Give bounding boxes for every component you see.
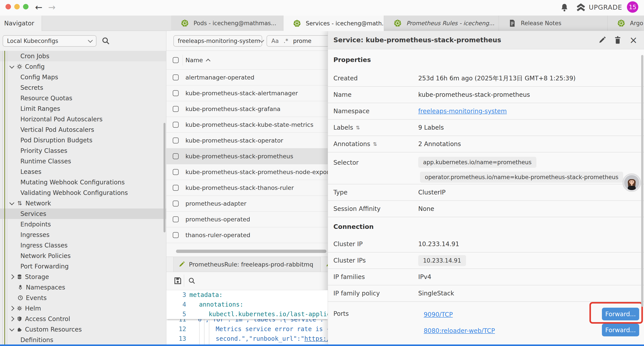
- regex-toggle[interactable]: .*: [284, 38, 288, 44]
- tab-label: Prometheus Rules - icecheng...: [406, 20, 494, 26]
- editor-search-icon[interactable]: [188, 277, 196, 285]
- table-row[interactable]: kube-prometheus-stack-operator: [166, 133, 328, 148]
- sidebar-item-definitions[interactable]: Definitions: [0, 335, 166, 345]
- tab-services[interactable]: Services - icecheng@math... ×: [284, 15, 384, 31]
- navigator-panel-header[interactable]: Navigator: [0, 15, 42, 31]
- row-checkbox[interactable]: [173, 201, 179, 207]
- table-row[interactable]: kube-prometheus-stack-thanos-ruler: [166, 180, 328, 196]
- created-row: Created 253d 16h 6m ago (2025年1月13日 GMT+…: [328, 70, 644, 87]
- row-checkbox[interactable]: [173, 153, 179, 159]
- sidebar-item-secrets[interactable]: Secrets: [0, 82, 166, 93]
- row-checkbox[interactable]: [173, 137, 179, 143]
- port-link-9090[interactable]: 9090/TCP: [424, 311, 453, 318]
- notifications-bell-icon[interactable]: [560, 3, 568, 12]
- upgrade-icon[interactable]: [576, 3, 586, 12]
- sidebar-item-network-policies[interactable]: Network Policies: [0, 251, 166, 261]
- minimize-window-button[interactable]: [14, 4, 20, 9]
- save-icon[interactable]: [174, 276, 182, 285]
- list-search-input[interactable]: Aa .* prome: [266, 35, 328, 47]
- row-checkbox[interactable]: [173, 74, 179, 80]
- table-row[interactable]: prometheus-adapter: [166, 196, 328, 212]
- helm-wheel-icon: [17, 306, 22, 311]
- sidebar-item-port-forwarding[interactable]: Port Forwarding: [0, 261, 166, 272]
- sidebar-item-pod-disruption-budgets[interactable]: Pod Disruption Budgets: [0, 135, 166, 145]
- sidebar-item-priority-classes[interactable]: Priority Classes: [0, 145, 166, 156]
- sidebar-item-ingresses[interactable]: Ingresses: [0, 230, 166, 240]
- table-row[interactable]: alertmanager-operated: [166, 70, 328, 85]
- ports-row: Ports 9090/TCP 8080:reloader-web/TCP For…: [328, 302, 644, 345]
- back-button[interactable]: ←: [35, 2, 42, 12]
- sidebar-item-services[interactable]: Services: [0, 209, 166, 219]
- namespace-selector[interactable]: freeleaps-monitoring-system: [174, 35, 262, 47]
- sidebar-item-endpoints[interactable]: Endpoints: [0, 219, 166, 230]
- sidebar-item-storage[interactable]: Storage: [0, 272, 166, 282]
- tab-pods[interactable]: Pods - icecheng@mathmas...: [171, 15, 284, 31]
- close-window-button[interactable]: [6, 4, 11, 9]
- sidebar-item-resource-quotas[interactable]: Resource Quotas: [0, 93, 166, 103]
- expand-sort-icon[interactable]: ⇅: [373, 141, 377, 147]
- table-row[interactable]: kube-prometheus-stack-prometheus-node-ex…: [166, 164, 328, 180]
- sidebar-item-cron-jobs[interactable]: Cron Jobs: [0, 51, 166, 61]
- forward-button[interactable]: Forward...: [602, 308, 639, 320]
- maximize-window-button[interactable]: [23, 4, 28, 9]
- select-all-checkbox[interactable]: [173, 57, 179, 63]
- namespace-link[interactable]: freeleaps-monitoring-system: [418, 107, 507, 115]
- row-checkbox[interactable]: [173, 232, 179, 238]
- editor-tab-partial[interactable]: [326, 261, 328, 267]
- sidebar-item-vertical-pod-autoscalers[interactable]: Vertical Pod Autoscalers: [0, 124, 166, 135]
- row-checkbox[interactable]: [173, 185, 179, 191]
- sidebar-item-ingress-classes[interactable]: Ingress Classes: [0, 240, 166, 251]
- sidebar-item-leases[interactable]: Leases: [0, 166, 166, 177]
- yaml-editor[interactable]: 3metadata: 4annotations: 5kubectl.kubern…: [166, 290, 328, 345]
- table-row[interactable]: kube-prometheus-stack-grafana: [166, 101, 328, 117]
- upgrade-button[interactable]: UPGRADE: [589, 3, 622, 11]
- sidebar-item-events[interactable]: Events: [0, 293, 166, 303]
- forward-button[interactable]: Forward...: [602, 324, 639, 336]
- sidebar-item-namespaces[interactable]: Namespaces: [0, 282, 166, 293]
- forward-button[interactable]: →: [48, 2, 56, 12]
- table-row[interactable]: prometheus-operated: [166, 212, 328, 227]
- chevron-right-icon: [10, 274, 14, 280]
- row-checkbox[interactable]: [173, 106, 179, 112]
- sidebar-scrollbar[interactable]: [164, 123, 166, 232]
- row-checkbox[interactable]: [173, 122, 179, 128]
- notification-count-badge[interactable]: 15: [627, 1, 638, 13]
- edit-pencil-icon[interactable]: [598, 36, 606, 44]
- expand-sort-icon[interactable]: ⇅: [356, 125, 360, 130]
- sidebar-search-icon[interactable]: [101, 36, 110, 45]
- table-row[interactable]: kube-prometheus-stack-kube-state-metrics: [166, 117, 328, 133]
- sidebar-item-network[interactable]: ⇅ Network: [0, 198, 166, 209]
- row-checkbox[interactable]: [173, 216, 179, 222]
- tab-prometheus-rules[interactable]: Prometheus Rules - icecheng...: [384, 15, 499, 31]
- avatar[interactable]: [622, 173, 641, 192]
- row-checkbox[interactable]: [173, 90, 179, 96]
- sidebar-item-validating-webhook-configurations[interactable]: Validating Webhook Configurations: [0, 187, 166, 198]
- table-row-selected[interactable]: kube-prometheus-stack-prometheus: [166, 148, 328, 164]
- name-column-header[interactable]: Name: [186, 57, 203, 63]
- close-detail-icon[interactable]: ×: [629, 35, 638, 45]
- tab-release-notes[interactable]: Release Notes: [499, 15, 608, 31]
- table-row[interactable]: thanos-ruler-operated: [166, 227, 328, 243]
- editor-sticky-lines: 3metadata: 4annotations: 5kubectl.kubern…: [166, 290, 328, 319]
- sidebar-item-custom-resources[interactable]: Custom Resources: [0, 324, 166, 335]
- detail-scrollbar[interactable]: [641, 55, 643, 307]
- sidebar-item-horizontal-pod-autoscalers[interactable]: Horizontal Pod Autoscalers: [0, 114, 166, 124]
- table-row[interactable]: kube-prometheus-stack-alertmanager: [166, 85, 328, 101]
- sidebar-item-mutating-webhook-configurations[interactable]: Mutating Webhook Configurations: [0, 177, 166, 187]
- editor-tab-prometheusrule[interactable]: PrometheusRule: freeleaps-prod-rabbitmq: [174, 257, 321, 272]
- sidebar-item-limit-ranges[interactable]: Limit Ranges: [0, 103, 166, 114]
- document-icon: [508, 19, 516, 27]
- match-case-toggle[interactable]: Aa: [271, 38, 279, 44]
- tab-argo[interactable]: Argo Se: [608, 15, 644, 31]
- sidebar-item-config[interactable]: Config: [0, 61, 166, 72]
- delete-trash-icon[interactable]: [614, 36, 622, 44]
- sidebar-item-config-maps[interactable]: Config Maps: [0, 72, 166, 82]
- cluster-ips-badge: 10.233.14.91: [418, 255, 466, 266]
- sidebar-item-runtime-classes[interactable]: Runtime Classes: [0, 156, 166, 166]
- kubeconfig-selector[interactable]: Local Kubeconfigs: [3, 35, 96, 47]
- horizontal-scrollbar[interactable]: [176, 250, 326, 253]
- port-link-8080[interactable]: 8080:reloader-web/TCP: [424, 327, 495, 335]
- row-checkbox[interactable]: [173, 169, 179, 175]
- sidebar-item-helm[interactable]: Helm: [0, 303, 166, 314]
- sidebar-item-access-control[interactable]: Access Control: [0, 314, 166, 324]
